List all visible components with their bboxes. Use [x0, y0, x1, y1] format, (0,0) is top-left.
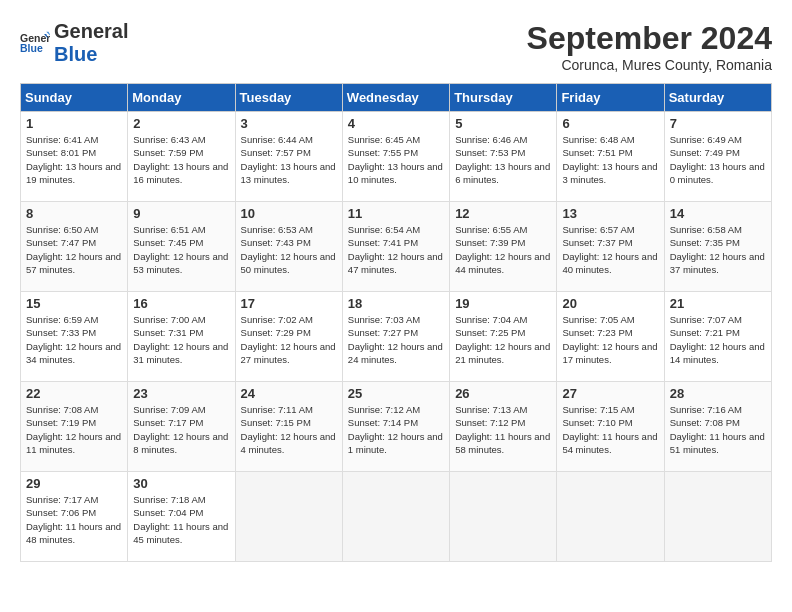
- calendar-day-cell: 28 Sunrise: 7:16 AM Sunset: 7:08 PM Dayl…: [664, 382, 771, 472]
- calendar-day-cell: 27 Sunrise: 7:15 AM Sunset: 7:10 PM Dayl…: [557, 382, 664, 472]
- day-info: Sunrise: 7:09 AM Sunset: 7:17 PM Dayligh…: [133, 403, 229, 456]
- calendar-day-cell: [235, 472, 342, 562]
- calendar-day-cell: [557, 472, 664, 562]
- calendar-day-cell: 23 Sunrise: 7:09 AM Sunset: 7:17 PM Dayl…: [128, 382, 235, 472]
- calendar-day-cell: 14 Sunrise: 6:58 AM Sunset: 7:35 PM Dayl…: [664, 202, 771, 292]
- calendar-day-cell: 30 Sunrise: 7:18 AM Sunset: 7:04 PM Dayl…: [128, 472, 235, 562]
- month-title: September 2024: [527, 20, 772, 57]
- calendar-day-cell: 18 Sunrise: 7:03 AM Sunset: 7:27 PM Dayl…: [342, 292, 449, 382]
- calendar-day-cell: 6 Sunrise: 6:48 AM Sunset: 7:51 PM Dayli…: [557, 112, 664, 202]
- day-number: 16: [133, 296, 229, 311]
- day-info: Sunrise: 6:45 AM Sunset: 7:55 PM Dayligh…: [348, 133, 444, 186]
- day-number: 2: [133, 116, 229, 131]
- day-number: 28: [670, 386, 766, 401]
- day-number: 23: [133, 386, 229, 401]
- day-number: 30: [133, 476, 229, 491]
- day-number: 11: [348, 206, 444, 221]
- calendar-day-cell: [450, 472, 557, 562]
- calendar-day-cell: 21 Sunrise: 7:07 AM Sunset: 7:21 PM Dayl…: [664, 292, 771, 382]
- location-title: Corunca, Mures County, Romania: [527, 57, 772, 73]
- day-info: Sunrise: 6:50 AM Sunset: 7:47 PM Dayligh…: [26, 223, 122, 276]
- calendar-week-row: 8 Sunrise: 6:50 AM Sunset: 7:47 PM Dayli…: [21, 202, 772, 292]
- day-info: Sunrise: 7:08 AM Sunset: 7:19 PM Dayligh…: [26, 403, 122, 456]
- day-info: Sunrise: 7:07 AM Sunset: 7:21 PM Dayligh…: [670, 313, 766, 366]
- day-number: 15: [26, 296, 122, 311]
- day-number: 8: [26, 206, 122, 221]
- day-info: Sunrise: 6:49 AM Sunset: 7:49 PM Dayligh…: [670, 133, 766, 186]
- day-number: 10: [241, 206, 337, 221]
- day-info: Sunrise: 7:03 AM Sunset: 7:27 PM Dayligh…: [348, 313, 444, 366]
- day-info: Sunrise: 7:12 AM Sunset: 7:14 PM Dayligh…: [348, 403, 444, 456]
- logo-icon: General Blue: [20, 28, 50, 58]
- day-info: Sunrise: 7:11 AM Sunset: 7:15 PM Dayligh…: [241, 403, 337, 456]
- weekday-header: Thursday: [450, 84, 557, 112]
- day-number: 27: [562, 386, 658, 401]
- calendar-week-row: 1 Sunrise: 6:41 AM Sunset: 8:01 PM Dayli…: [21, 112, 772, 202]
- day-number: 4: [348, 116, 444, 131]
- day-info: Sunrise: 7:13 AM Sunset: 7:12 PM Dayligh…: [455, 403, 551, 456]
- day-info: Sunrise: 6:48 AM Sunset: 7:51 PM Dayligh…: [562, 133, 658, 186]
- day-number: 17: [241, 296, 337, 311]
- day-info: Sunrise: 7:02 AM Sunset: 7:29 PM Dayligh…: [241, 313, 337, 366]
- day-info: Sunrise: 7:16 AM Sunset: 7:08 PM Dayligh…: [670, 403, 766, 456]
- calendar-week-row: 29 Sunrise: 7:17 AM Sunset: 7:06 PM Dayl…: [21, 472, 772, 562]
- weekday-header: Wednesday: [342, 84, 449, 112]
- calendar-day-cell: 1 Sunrise: 6:41 AM Sunset: 8:01 PM Dayli…: [21, 112, 128, 202]
- calendar-day-cell: 2 Sunrise: 6:43 AM Sunset: 7:59 PM Dayli…: [128, 112, 235, 202]
- weekday-header: Saturday: [664, 84, 771, 112]
- day-number: 12: [455, 206, 551, 221]
- day-number: 1: [26, 116, 122, 131]
- weekday-header: Sunday: [21, 84, 128, 112]
- calendar-day-cell: 5 Sunrise: 6:46 AM Sunset: 7:53 PM Dayli…: [450, 112, 557, 202]
- calendar-day-cell: 8 Sunrise: 6:50 AM Sunset: 7:47 PM Dayli…: [21, 202, 128, 292]
- calendar-day-cell: 16 Sunrise: 7:00 AM Sunset: 7:31 PM Dayl…: [128, 292, 235, 382]
- calendar-day-cell: 22 Sunrise: 7:08 AM Sunset: 7:19 PM Dayl…: [21, 382, 128, 472]
- day-number: 7: [670, 116, 766, 131]
- day-info: Sunrise: 7:00 AM Sunset: 7:31 PM Dayligh…: [133, 313, 229, 366]
- logo: General Blue General Blue: [20, 20, 128, 66]
- day-number: 5: [455, 116, 551, 131]
- day-number: 14: [670, 206, 766, 221]
- calendar-week-row: 15 Sunrise: 6:59 AM Sunset: 7:33 PM Dayl…: [21, 292, 772, 382]
- calendar-day-cell: 11 Sunrise: 6:54 AM Sunset: 7:41 PM Dayl…: [342, 202, 449, 292]
- day-info: Sunrise: 6:55 AM Sunset: 7:39 PM Dayligh…: [455, 223, 551, 276]
- calendar-week-row: 22 Sunrise: 7:08 AM Sunset: 7:19 PM Dayl…: [21, 382, 772, 472]
- day-number: 13: [562, 206, 658, 221]
- day-number: 21: [670, 296, 766, 311]
- day-info: Sunrise: 6:53 AM Sunset: 7:43 PM Dayligh…: [241, 223, 337, 276]
- day-info: Sunrise: 6:46 AM Sunset: 7:53 PM Dayligh…: [455, 133, 551, 186]
- calendar-day-cell: 15 Sunrise: 6:59 AM Sunset: 7:33 PM Dayl…: [21, 292, 128, 382]
- day-info: Sunrise: 6:43 AM Sunset: 7:59 PM Dayligh…: [133, 133, 229, 186]
- calendar-day-cell: 25 Sunrise: 7:12 AM Sunset: 7:14 PM Dayl…: [342, 382, 449, 472]
- day-number: 26: [455, 386, 551, 401]
- calendar-day-cell: [664, 472, 771, 562]
- day-info: Sunrise: 7:18 AM Sunset: 7:04 PM Dayligh…: [133, 493, 229, 546]
- calendar-table: SundayMondayTuesdayWednesdayThursdayFrid…: [20, 83, 772, 562]
- calendar-day-cell: 29 Sunrise: 7:17 AM Sunset: 7:06 PM Dayl…: [21, 472, 128, 562]
- day-info: Sunrise: 6:58 AM Sunset: 7:35 PM Dayligh…: [670, 223, 766, 276]
- day-number: 24: [241, 386, 337, 401]
- calendar-day-cell: 19 Sunrise: 7:04 AM Sunset: 7:25 PM Dayl…: [450, 292, 557, 382]
- logo-text: General Blue: [54, 20, 128, 66]
- day-info: Sunrise: 7:05 AM Sunset: 7:23 PM Dayligh…: [562, 313, 658, 366]
- day-info: Sunrise: 7:15 AM Sunset: 7:10 PM Dayligh…: [562, 403, 658, 456]
- day-info: Sunrise: 6:59 AM Sunset: 7:33 PM Dayligh…: [26, 313, 122, 366]
- day-number: 19: [455, 296, 551, 311]
- weekday-header: Tuesday: [235, 84, 342, 112]
- day-info: Sunrise: 6:57 AM Sunset: 7:37 PM Dayligh…: [562, 223, 658, 276]
- weekday-header: Monday: [128, 84, 235, 112]
- weekday-header-row: SundayMondayTuesdayWednesdayThursdayFrid…: [21, 84, 772, 112]
- day-number: 3: [241, 116, 337, 131]
- day-info: Sunrise: 7:17 AM Sunset: 7:06 PM Dayligh…: [26, 493, 122, 546]
- day-number: 25: [348, 386, 444, 401]
- day-info: Sunrise: 7:04 AM Sunset: 7:25 PM Dayligh…: [455, 313, 551, 366]
- calendar-day-cell: 10 Sunrise: 6:53 AM Sunset: 7:43 PM Dayl…: [235, 202, 342, 292]
- day-number: 18: [348, 296, 444, 311]
- calendar-day-cell: 3 Sunrise: 6:44 AM Sunset: 7:57 PM Dayli…: [235, 112, 342, 202]
- day-number: 22: [26, 386, 122, 401]
- page-header: General Blue General Blue September 2024…: [20, 20, 772, 73]
- day-info: Sunrise: 6:41 AM Sunset: 8:01 PM Dayligh…: [26, 133, 122, 186]
- calendar-day-cell: 7 Sunrise: 6:49 AM Sunset: 7:49 PM Dayli…: [664, 112, 771, 202]
- calendar-day-cell: 9 Sunrise: 6:51 AM Sunset: 7:45 PM Dayli…: [128, 202, 235, 292]
- weekday-header: Friday: [557, 84, 664, 112]
